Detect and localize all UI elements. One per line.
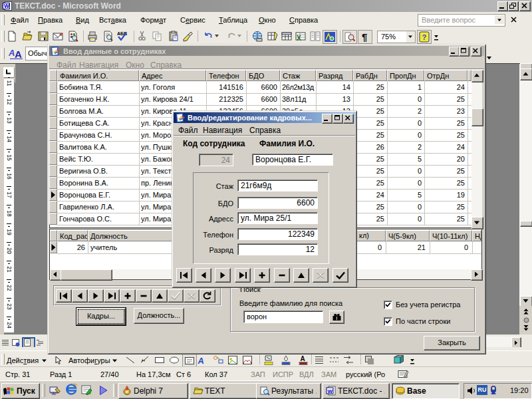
svg-text:X: X: [297, 35, 301, 42]
svg-text:W: W: [328, 388, 333, 394]
svg-text:A: A: [197, 356, 205, 366]
svg-text:A: A: [15, 49, 22, 60]
svg-text:W: W: [4, 3, 10, 9]
svg-text:A: A: [301, 355, 305, 362]
svg-text:A: A: [9, 48, 15, 58]
svg-text:¶: ¶: [362, 31, 367, 43]
svg-text:?: ?: [422, 33, 427, 41]
